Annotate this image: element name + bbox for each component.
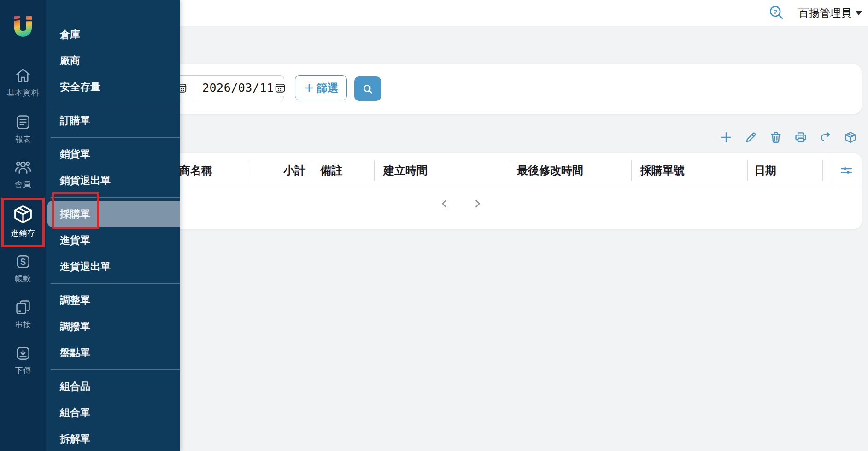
flyout-item-進貨退出單[interactable]: 進貨退出單 <box>46 253 180 280</box>
column-settings-cell <box>831 153 862 187</box>
flyout-item-進貨單[interactable]: 進貨單 <box>46 227 180 253</box>
package-icon[interactable] <box>844 131 857 144</box>
sidebar-item-inventory[interactable]: 進銷存 <box>0 204 46 239</box>
sidebar-item-members[interactable]: 會員 <box>0 158 46 190</box>
flyout-item-組合品[interactable]: 組合品 <box>46 373 180 399</box>
flyout-item-倉庫[interactable]: 倉庫 <box>46 21 180 47</box>
flyout-item-拆解單[interactable]: 拆解單 <box>46 426 180 451</box>
column-divider <box>747 160 748 181</box>
delete-icon[interactable] <box>769 131 782 144</box>
column-divider <box>822 160 823 181</box>
date-to-field[interactable]: 2026/03/11 <box>194 76 284 100</box>
search-icon <box>361 82 374 95</box>
column-divider <box>374 160 375 181</box>
app-logo[interactable] <box>11 13 35 40</box>
table-header-row: 廠商名稱 小計 備註 建立時間 最後修改時間 採購單號 日期 <box>60 153 862 187</box>
filter-button[interactable]: 篩選 <box>295 75 347 100</box>
column-header-po-number: 採購單號 <box>631 153 747 187</box>
help-search-icon[interactable]: ? <box>769 5 785 21</box>
filter-panel: 2026/03/11 篩選 <box>60 64 862 114</box>
column-divider <box>249 160 249 181</box>
flyout-divider <box>51 197 180 198</box>
column-header-created-time: 建立時間 <box>374 153 510 187</box>
flyout-item-調撥單[interactable]: 調撥單 <box>46 313 180 340</box>
flyout-item-銷貨單[interactable]: 銷貨單 <box>46 141 180 167</box>
calendar-icon <box>274 82 286 94</box>
flyout-menu: 倉庫廠商安全存量訂購單銷貨單銷貨退出單採購單進貨單進貨退出單調整單調撥單盤點單組… <box>46 0 180 451</box>
column-header-subtotal: 小計 <box>249 153 311 187</box>
flyout-item-調整單[interactable]: 調整單 <box>46 287 180 313</box>
sidebar-item-integrations[interactable]: 串接 <box>0 299 46 330</box>
svg-text:?: ? <box>773 8 777 16</box>
column-header-modified-time: 最後修改時間 <box>510 153 631 187</box>
sidebar-item-label: 進銷存 <box>11 228 35 239</box>
report-icon <box>14 113 32 131</box>
chevron-left-icon[interactable] <box>439 198 451 210</box>
sidebar-item-label: 串接 <box>15 319 31 330</box>
svg-text:$: $ <box>20 256 26 267</box>
pagination <box>60 198 862 210</box>
search-button[interactable] <box>354 76 381 101</box>
user-menu[interactable]: 百揚管理員 <box>798 6 862 20</box>
sidebar-item-label: 帳款 <box>15 274 31 284</box>
column-header-note: 備註 <box>311 153 374 187</box>
sidebar-item-label: 會員 <box>15 179 31 190</box>
flyout-item-訂購單[interactable]: 訂購單 <box>46 107 180 134</box>
redo-icon[interactable] <box>819 131 832 144</box>
download-icon <box>14 345 32 362</box>
add-icon[interactable] <box>720 131 733 144</box>
caret-down-icon <box>855 11 862 15</box>
date-to-value: 2026/03/11 <box>202 81 274 94</box>
user-name: 百揚管理員 <box>798 6 851 20</box>
flyout-divider <box>51 104 180 104</box>
flyout-item-廠商[interactable]: 廠商 <box>46 47 180 74</box>
sidebar-item-reports[interactable]: 報表 <box>0 113 46 145</box>
sidebar-item-accounts[interactable]: $ 帳款 <box>0 253 46 284</box>
sidebar-item-label: 報表 <box>15 134 31 145</box>
column-divider <box>510 160 510 181</box>
record-toolbar <box>720 131 857 144</box>
print-icon[interactable] <box>794 131 807 144</box>
dollar-icon: $ <box>14 253 32 270</box>
chevron-right-icon[interactable] <box>471 198 483 210</box>
link-icon <box>14 299 32 316</box>
sidebar-item-downloads[interactable]: 下傳 <box>0 345 46 376</box>
flyout-divider <box>51 369 180 370</box>
home-icon <box>14 67 32 84</box>
flyout-divider <box>51 137 180 138</box>
flyout-item-盤點單[interactable]: 盤點單 <box>46 340 180 366</box>
sidebar-item-basic-data[interactable]: 基本資料 <box>0 67 46 98</box>
package-icon <box>12 204 34 225</box>
column-divider <box>631 160 632 181</box>
filter-button-label: 篩選 <box>317 81 339 95</box>
sidebar: 基本資料 報表 會員 <box>0 0 46 451</box>
plus-icon <box>304 82 315 94</box>
sidebar-item-label: 基本資料 <box>7 88 39 98</box>
edit-icon[interactable] <box>745 131 757 144</box>
sidebar-item-label: 下傳 <box>15 365 31 376</box>
column-header-date: 日期 <box>747 153 822 187</box>
app-window: ? 百揚管理員 <box>0 0 868 451</box>
flyout-item-安全存量[interactable]: 安全存量 <box>46 74 180 100</box>
column-settings-icon[interactable] <box>839 164 853 177</box>
flyout-item-銷貨退出單[interactable]: 銷貨退出單 <box>46 167 180 193</box>
column-divider <box>311 160 311 181</box>
flyout-item-採購單[interactable]: 採購單 <box>47 201 180 227</box>
purchase-order-table: 廠商名稱 小計 備註 建立時間 最後修改時間 採購單號 日期 <box>60 153 862 229</box>
flyout-item-組合單[interactable]: 組合單 <box>46 399 180 426</box>
members-icon <box>14 158 32 176</box>
flyout-divider <box>51 283 180 284</box>
